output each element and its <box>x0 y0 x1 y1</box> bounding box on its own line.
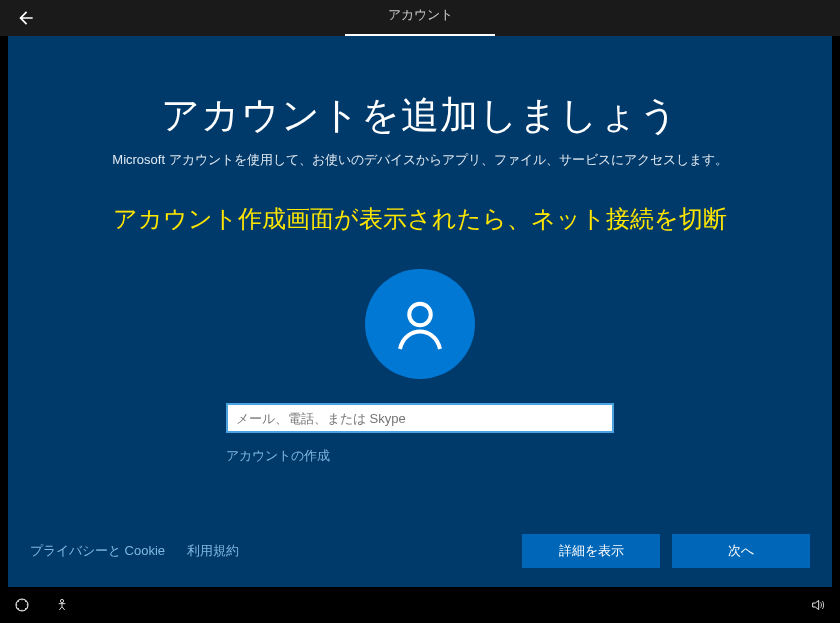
title-bar: アカウント <box>0 0 840 36</box>
footer-buttons: 詳細を表示 次へ <box>522 534 810 568</box>
ease-of-access-icon[interactable] <box>14 597 30 613</box>
footer-row: プライバシーと Cookie 利用規約 詳細を表示 次へ <box>8 515 832 587</box>
main-panel: アカウントを追加しましょう Microsoft アカウントを使用して、お使いのデ… <box>8 36 832 587</box>
signin-form: アカウントの作成 <box>226 403 614 465</box>
signin-input[interactable] <box>226 403 614 433</box>
footer-links: プライバシーと Cookie 利用規約 <box>30 542 239 560</box>
details-button[interactable]: 詳細を表示 <box>522 534 660 568</box>
page-heading: アカウントを追加しましょう <box>161 90 679 141</box>
arrow-left-icon <box>16 8 36 28</box>
privacy-link[interactable]: プライバシーと Cookie <box>30 542 165 560</box>
ime-icon[interactable] <box>54 597 70 613</box>
instruction-overlay: アカウント作成画面が表示されたら、ネット接続を切断 <box>113 203 727 235</box>
user-avatar <box>365 269 475 379</box>
person-icon <box>390 294 450 354</box>
next-button[interactable]: 次へ <box>672 534 810 568</box>
oobe-taskbar <box>0 587 840 623</box>
terms-link[interactable]: 利用規約 <box>187 542 239 560</box>
svg-point-1 <box>16 599 28 611</box>
volume-icon[interactable] <box>810 597 826 613</box>
create-account-link[interactable]: アカウントの作成 <box>226 447 330 465</box>
page-subheading: Microsoft アカウントを使用して、お使いのデバイスからアプリ、ファイル、… <box>112 151 727 169</box>
back-button[interactable] <box>0 8 52 28</box>
svg-point-2 <box>60 599 63 602</box>
svg-point-0 <box>409 304 431 326</box>
page-tab-title: アカウント <box>388 6 453 30</box>
